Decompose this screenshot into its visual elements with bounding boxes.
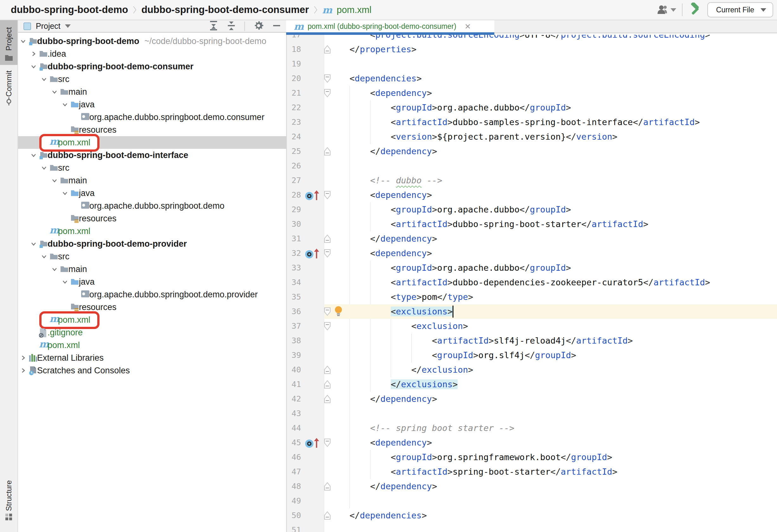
code-line: 19	[286, 57, 777, 71]
code-text: <groupId>org.apache.dubbo</groupId>	[329, 261, 571, 275]
line-number: 48	[286, 479, 301, 494]
tree-item-org-apache-dubbo-springboot-demo-provider[interactable]: org.apache.dubbo.springboot.demo.provide…	[18, 288, 286, 301]
tree-expanded-chevron-icon[interactable]	[51, 266, 58, 274]
tree-item--gitignore[interactable]: .gitignore	[18, 326, 286, 339]
hide-panel-icon[interactable]	[272, 21, 281, 31]
tree-expanded-chevron-icon[interactable]	[51, 88, 58, 97]
tree-item-main[interactable]: main	[18, 174, 286, 187]
tree-collapsed-chevron-icon[interactable]	[30, 50, 37, 58]
source-folder-icon	[70, 100, 79, 110]
code-text: <artifactId>spring-boot-starter</artifac…	[329, 464, 617, 479]
code-text: <groupId>org.slf4j</groupId>	[329, 348, 576, 363]
code-text: <dependency>	[329, 188, 432, 203]
tree-item-org-apache-dubbo-springboot-demo-consumer[interactable]: org.apache.dubbo.springboot.demo.consume…	[18, 111, 286, 124]
tree-collapsed-chevron-icon[interactable]	[20, 367, 27, 375]
tree-expanded-chevron-icon[interactable]	[40, 253, 47, 261]
tree-expanded-chevron-icon[interactable]	[30, 240, 37, 249]
tree-item-src[interactable]: src	[18, 161, 286, 174]
maven-dependency-gutter-icon[interactable]	[305, 437, 321, 450]
project-view-selector[interactable]: Project	[23, 20, 71, 32]
tree-expanded-chevron-icon[interactable]	[62, 278, 69, 287]
line-number: 21	[286, 86, 301, 100]
commit-icon	[5, 97, 13, 107]
line-number: 18	[286, 42, 301, 57]
editor-tab[interactable]: m pom.xml (dubbo-spring-boot-demo-consum…	[286, 20, 494, 33]
code-line: 33 <groupId>org.apache.dubbo</groupId>	[286, 261, 777, 275]
code-line: 43	[286, 406, 777, 421]
folder-icon	[49, 75, 58, 84]
code-line: 37 <exclusion>	[286, 319, 777, 334]
tree-item-pom-xml[interactable]: mpom.xml	[18, 339, 286, 352]
tree-item-main[interactable]: main	[18, 86, 286, 98]
tree-item-label: pom.xml	[58, 136, 90, 149]
tree-item-dubbo-spring-boot-demo-consumer[interactable]: dubbo-spring-boot-demo-consumer	[18, 60, 286, 73]
code-line: 50 </dependencies>	[286, 508, 777, 523]
tool-strip-tab-structure[interactable]: Structure	[0, 474, 17, 524]
run-configuration-selector[interactable]: Current File	[707, 2, 773, 17]
tree-expanded-chevron-icon[interactable]	[30, 152, 37, 160]
tree-item-java[interactable]: java	[18, 98, 286, 111]
tree-item-main[interactable]: main	[18, 263, 286, 275]
breadcrumb-separator-icon	[132, 5, 137, 15]
tree-item--idea[interactable]: .idea	[18, 47, 286, 60]
line-number: 29	[286, 203, 301, 217]
tree-item-pom-xml[interactable]: mpom.xml	[18, 136, 286, 149]
tree-collapsed-chevron-icon[interactable]	[20, 354, 27, 363]
tab-close-icon[interactable]: ✕	[464, 22, 471, 31]
editor-body[interactable]: 17 <project.build.sourceEncoding>UTF-8</…	[286, 35, 777, 532]
tree-item-label: pom.xml	[47, 339, 80, 352]
tree-item-java[interactable]: java	[18, 275, 286, 288]
users-icon[interactable]	[657, 4, 676, 15]
tree-item-src[interactable]: src	[18, 250, 286, 263]
line-number: 39	[286, 348, 301, 363]
left-tool-strip: ProjectCommitStructure	[0, 20, 18, 532]
tree-item-src[interactable]: src	[18, 73, 286, 86]
code-text: <dependencies>	[329, 71, 422, 86]
tree-expanded-chevron-icon[interactable]	[40, 164, 47, 172]
tree-item-dubbo-spring-boot-demo-interface[interactable]: dubbo-spring-boot-demo-interface	[18, 149, 286, 161]
collapse-all-icon[interactable]	[227, 21, 236, 32]
line-number: 41	[286, 377, 301, 392]
maven-dependency-gutter-icon[interactable]	[305, 190, 321, 203]
folder-icon	[49, 252, 58, 262]
package-icon	[81, 290, 90, 299]
panel-actions-divider	[244, 21, 245, 31]
code-text: <dependency>	[329, 246, 432, 261]
source-folder-icon	[70, 277, 79, 287]
expand-all-icon[interactable]	[209, 21, 218, 32]
breadcrumb-item[interactable]: pom.xml	[337, 5, 372, 15]
code-line: 40 </exclusion>	[286, 363, 777, 377]
tree-expanded-chevron-icon[interactable]	[51, 177, 58, 185]
tree-item-label: org.apache.dubbo.springboot.demo.consume…	[89, 111, 264, 124]
tree-expanded-chevron-icon[interactable]	[30, 63, 37, 71]
tree-item-pom-xml[interactable]: mpom.xml	[18, 313, 286, 326]
line-number: 47	[286, 464, 301, 479]
tree-item-label: main	[69, 174, 87, 187]
tree-item-label: main	[69, 263, 87, 275]
tree-expanded-chevron-icon[interactable]	[40, 76, 47, 84]
tree-item-java[interactable]: java	[18, 187, 286, 200]
tree-expanded-chevron-icon[interactable]	[62, 190, 69, 198]
tree-item-org-apache-dubbo-springboot-demo[interactable]: org.apache.dubbo.springboot.demo	[18, 200, 286, 212]
build-hammer-icon[interactable]	[688, 3, 701, 17]
tree-item-dubbo-spring-boot-demo-provider[interactable]: dubbo-spring-boot-demo-provider	[18, 238, 286, 250]
project-tree: dubbo-spring-boot-demo~/code/dubbo-sprin…	[18, 33, 286, 532]
breadcrumb-item[interactable]: dubbo-spring-boot-demo	[11, 4, 128, 15]
tree-expanded-chevron-icon[interactable]	[62, 101, 69, 109]
tool-strip-tab-commit[interactable]: Commit	[0, 65, 17, 109]
tree-item-label: main	[69, 86, 87, 98]
project-view-dropdown-icon	[65, 24, 71, 28]
tree-item-resources[interactable]: resources	[18, 212, 286, 225]
resources-folder-icon	[70, 214, 79, 224]
tree-item-scratches-and-consoles[interactable]: Scratches and Consoles	[18, 364, 286, 377]
tree-item-dubbo-spring-boot-demo[interactable]: dubbo-spring-boot-demo~/code/dubbo-sprin…	[18, 35, 286, 47]
breadcrumb-item[interactable]: dubbo-spring-boot-demo-consumer	[141, 4, 309, 15]
line-number: 51	[286, 523, 301, 532]
settings-gear-icon[interactable]	[253, 20, 264, 32]
tool-strip-tab-project[interactable]: Project	[0, 20, 17, 65]
tree-expanded-chevron-icon[interactable]	[20, 38, 27, 46]
code-text: <!-- dubbo -->	[329, 173, 442, 188]
tree-item-pom-xml[interactable]: mpom.xml	[18, 225, 286, 238]
tree-item-external-libraries[interactable]: External Libraries	[18, 352, 286, 364]
maven-dependency-gutter-icon[interactable]	[305, 248, 321, 261]
